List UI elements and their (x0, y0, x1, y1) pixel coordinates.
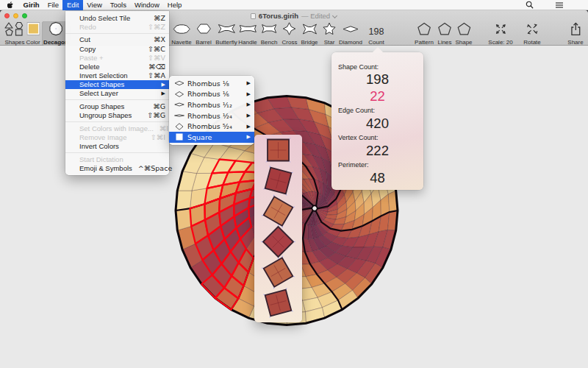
toolbar-button-handle[interactable]: Handle (238, 21, 257, 46)
menu-bar: Girih FileEditViewToolsWindowHelp (0, 0, 588, 10)
toolbar-button-pattern[interactable]: Pattern (415, 21, 434, 46)
submenu-item-square[interactable]: Square▶ (169, 132, 254, 143)
apple-menu[interactable] (0, 0, 19, 10)
menu-separator (65, 152, 169, 153)
toolbar-button-scale[interactable]: Scale: 20 (488, 21, 512, 46)
menu-item-invert-colors[interactable]: Invert Colors (65, 142, 169, 151)
toolbar-label-color: Color (26, 39, 40, 46)
bench-icon (262, 24, 277, 34)
pentagon-icon (417, 22, 431, 36)
menubar-item-edit[interactable]: Edit (62, 0, 82, 10)
title-chevron-icon[interactable] (333, 13, 337, 18)
menu-item-paste[interactable]: Paste +⇧⌘V (65, 53, 169, 62)
menu-item-delete[interactable]: Delete⌘⌫ (65, 62, 169, 71)
rotate-icon (525, 22, 539, 36)
rhombus-18-icon (174, 79, 184, 88)
rhombus-524-icon (174, 122, 184, 131)
toolbar-label-share: Share (567, 39, 583, 46)
share-icon (570, 22, 581, 36)
notification-center-icon[interactable] (555, 1, 564, 9)
bridge-icon (302, 24, 317, 35)
stat-label: Perimeter: (338, 161, 423, 169)
shapes-icon (4, 21, 25, 36)
pentagon-icon (437, 22, 452, 36)
toolbar-label-pattern: Pattern (415, 39, 434, 46)
toolbar-button-star[interactable]: Star (323, 21, 337, 46)
star-icon (323, 22, 337, 35)
toolbar-button-shapes[interactable]: Shapes (4, 21, 25, 46)
search-icon[interactable] (526, 1, 534, 9)
submenu-item-rhombus[interactable]: Rhombus ¹⁄₁₂▶ (169, 99, 254, 110)
color-swatch-icon (26, 22, 40, 35)
toolbar-button-navette[interactable]: Navette (171, 21, 192, 46)
submenu-item-rhombus[interactable]: Rhombus ¹⁄₈▶ (169, 78, 254, 89)
count-value: 198 (369, 26, 384, 38)
submenu-arrow-icon: ▶ (247, 134, 251, 140)
document-proxy-icon[interactable] (251, 13, 256, 19)
toolbar-button-barrel[interactable]: Barrel (196, 21, 211, 46)
toolbar-label-diamond: Diamond (339, 39, 362, 46)
menubar-item-help[interactable]: Help (163, 0, 186, 10)
rhombus-112-icon (174, 100, 184, 109)
menu-separator (65, 33, 169, 34)
menu-item-remove-image[interactable]: Remove Image⇧⌘I (65, 132, 169, 141)
menu-item-select-shapes[interactable]: Select Shapes▶ (65, 80, 169, 89)
menu-item-redo[interactable]: Redo⇧⌘Z (65, 22, 169, 31)
submenu-item-rhombus[interactable]: Rhombus ¹⁄₆▶ (169, 89, 254, 100)
submenu-item-rhombus[interactable]: Rhombus ¹⁄₂₄▶ (169, 110, 254, 121)
diamond-icon (343, 26, 359, 32)
toolbar-button-lines[interactable]: Lines (437, 21, 452, 46)
menubar-item-view[interactable]: View (83, 0, 106, 10)
toolbar-count-display[interactable]: 198Count (368, 21, 384, 46)
toolbar-button-color[interactable]: Color (26, 21, 40, 46)
toolbar-label-handle: Handle (238, 39, 257, 46)
submenu-arrow-icon: ▶ (247, 102, 251, 107)
menu-item-copy[interactable]: Copy⇧⌘C (65, 44, 169, 53)
toolbar-label-scale: Scale: 20 (488, 39, 512, 46)
toolbar-label-cross: Cross (282, 39, 298, 46)
toolbar-button-share[interactable]: Share (567, 21, 583, 46)
submenu-arrow-icon: ▶ (247, 124, 251, 130)
menu-separator (65, 121, 169, 122)
window-title: 6Torus.girih (259, 12, 298, 20)
toolbar-button-butterfly[interactable]: Butterfly (215, 21, 237, 46)
menu-item-ungroup-shapes[interactable]: Ungroup Shapes⇧⌘G (65, 111, 169, 120)
menu-item-emoji-symbols[interactable]: Emoji & Symbols^⌘Space (65, 163, 169, 172)
menu-item-select-layer[interactable]: Select Layer▶ (65, 89, 169, 98)
menu-item-start-dictation[interactable]: Start Dictation (65, 155, 169, 163)
submenu-item-rhombus[interactable]: Rhombus ⁵⁄₂₄▶ (169, 121, 254, 132)
menubar-item-tools[interactable]: Tools (106, 0, 130, 10)
menubar-item-window[interactable]: Window (130, 0, 163, 10)
edit-menu: Undo Select Tile⌘ZRedo⇧⌘ZCut⌘XCopy⇧⌘CPas… (65, 11, 169, 175)
menu-item-undo-select-tile[interactable]: Undo Select Tile⌘Z (65, 13, 169, 22)
barrel-icon (196, 24, 211, 34)
menu-item-invert-selection[interactable]: Invert Selection⇧⌘A (65, 71, 169, 80)
toolbar-button-bench[interactable]: Bench (261, 21, 278, 46)
cross-icon (283, 22, 296, 35)
handle-icon (239, 24, 257, 33)
apple-icon (7, 1, 13, 9)
square-variants-submenu (254, 135, 302, 322)
menubar-app-name[interactable]: Girih (19, 0, 43, 10)
menubar-item-file[interactable]: File (43, 0, 62, 10)
toolbar-label-shape: Shape (455, 39, 472, 46)
menu-item-set-colors-with-image[interactable]: Set Colors with Image...⌘I (65, 124, 169, 132)
stat-label: Shape Count: (338, 63, 423, 71)
toolbar-button-bridge[interactable]: Bridge (301, 21, 318, 46)
toolbar-label-lines: Lines (437, 39, 451, 46)
toolbar-button-rotate[interactable]: Rotate (523, 21, 541, 46)
navette-icon (173, 24, 190, 34)
square-variants-list (254, 135, 302, 322)
toolbar-label-barrel: Barrel (196, 39, 211, 46)
toolbar-label-decagon: Decagon (43, 39, 68, 46)
menu-item-cut[interactable]: Cut⌘X (65, 35, 169, 44)
toolbar-button-diamond[interactable]: Diamond (339, 21, 362, 46)
menu-item-group-shapes[interactable]: Group Shapes⌘G (65, 102, 169, 110)
butterfly-icon (218, 23, 235, 35)
submenu-arrow-icon: ▶ (162, 91, 165, 96)
toolbar-button-shape[interactable]: Shape (455, 21, 472, 46)
stat-value: 420 (331, 116, 423, 131)
toolbar-label-star: Star (324, 39, 335, 46)
toolbar-button-cross[interactable]: Cross (282, 21, 298, 46)
toolbar-label-navette: Navette (171, 39, 192, 46)
